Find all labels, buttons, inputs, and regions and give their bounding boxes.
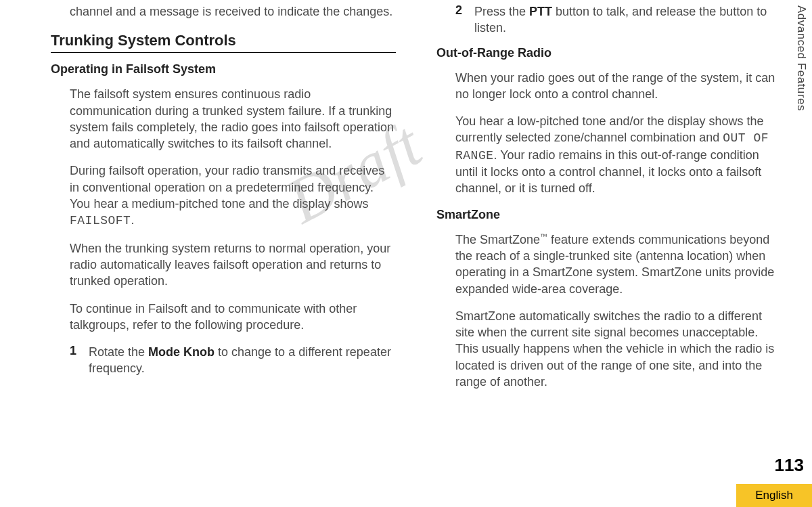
- right-column: 2 Press the PTT button to talk, and rele…: [436, 3, 782, 401]
- oor-p1: When your radio goes out of the range of…: [455, 70, 782, 103]
- sub-heading-smartzone: SmartZone: [436, 208, 782, 222]
- step-1-pre: Rotate the: [89, 345, 148, 359]
- failsoft-code: FAILSOFT: [70, 214, 131, 227]
- sz-p2: SmartZone automatically switches the rad…: [455, 308, 782, 390]
- sub-heading-failsoft: Operating in Failsoft System: [51, 62, 396, 76]
- step-1: 1 Rotate the Mode Knob to change to a di…: [70, 344, 396, 377]
- failsoft-p2-post: .: [131, 213, 134, 227]
- oor-p2-pre: You hear a low-pitched tone and/or the d…: [455, 114, 764, 144]
- side-tab-label: Advanced Features: [794, 5, 808, 111]
- step-2-bold: PTT: [529, 5, 552, 18]
- step-2-pre: Press the: [474, 5, 529, 18]
- failsoft-p2-pre: During failsoft operation, your radio tr…: [70, 164, 384, 211]
- failsoft-p2: During failsoft operation, your radio tr…: [70, 162, 396, 229]
- sz-p1: The SmartZone™ feature extends communica…: [455, 232, 782, 297]
- step-2-text: Press the PTT button to talk, and releas…: [474, 3, 782, 37]
- sz-p1-pre: The SmartZone: [455, 233, 540, 246]
- oor-p2: You hear a low-pitched tone and/or the d…: [455, 113, 782, 196]
- step-1-bold: Mode Knob: [148, 345, 215, 359]
- left-column: channel and a message is received to ind…: [51, 3, 396, 401]
- language-tab: English: [736, 484, 812, 507]
- failsoft-p3: When the trunking system returns to norm…: [70, 240, 396, 290]
- step-1-text: Rotate the Mode Knob to change to a diff…: [89, 344, 396, 377]
- failsoft-p1: The failsoft system ensures continuous r…: [70, 86, 396, 152]
- failsoft-p4: To continue in Failsoft and to communica…: [70, 301, 396, 334]
- sz-tm: ™: [540, 232, 547, 240]
- sub-heading-outofrange: Out-of-Range Radio: [436, 46, 782, 60]
- section-heading: Trunking System Controls: [51, 32, 396, 53]
- page-content: channel and a message is received to ind…: [0, 0, 812, 414]
- intro-para: channel and a message is received to ind…: [70, 3, 396, 20]
- oor-p2-post: . Your radio remains in this out-of-rang…: [455, 148, 761, 196]
- step-2-num: 2: [455, 3, 474, 37]
- step-2: 2 Press the PTT button to talk, and rele…: [455, 3, 782, 37]
- page-number: 113: [775, 455, 804, 476]
- step-1-num: 1: [70, 344, 89, 377]
